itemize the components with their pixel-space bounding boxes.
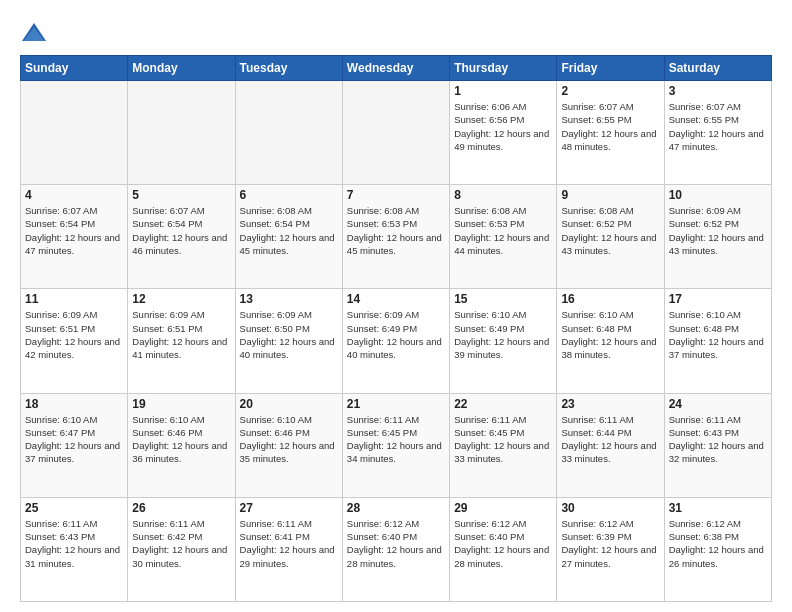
calendar-table: SundayMondayTuesdayWednesdayThursdayFrid…: [20, 55, 772, 602]
table-row: 17Sunrise: 6:10 AMSunset: 6:48 PMDayligh…: [664, 289, 771, 393]
day-info: Sunrise: 6:07 AMSunset: 6:55 PMDaylight:…: [669, 100, 767, 153]
day-number: 26: [132, 501, 230, 515]
day-info: Sunrise: 6:11 AMSunset: 6:42 PMDaylight:…: [132, 517, 230, 570]
day-number: 7: [347, 188, 445, 202]
calendar-week-2: 11Sunrise: 6:09 AMSunset: 6:51 PMDayligh…: [21, 289, 772, 393]
day-number: 19: [132, 397, 230, 411]
table-row: 4Sunrise: 6:07 AMSunset: 6:54 PMDaylight…: [21, 185, 128, 289]
table-row: 30Sunrise: 6:12 AMSunset: 6:39 PMDayligh…: [557, 497, 664, 601]
day-info: Sunrise: 6:12 AMSunset: 6:40 PMDaylight:…: [347, 517, 445, 570]
day-info: Sunrise: 6:10 AMSunset: 6:46 PMDaylight:…: [132, 413, 230, 466]
day-number: 20: [240, 397, 338, 411]
table-row: 27Sunrise: 6:11 AMSunset: 6:41 PMDayligh…: [235, 497, 342, 601]
day-info: Sunrise: 6:08 AMSunset: 6:53 PMDaylight:…: [347, 204, 445, 257]
day-info: Sunrise: 6:11 AMSunset: 6:45 PMDaylight:…: [454, 413, 552, 466]
logo: [20, 19, 52, 47]
day-number: 16: [561, 292, 659, 306]
day-number: 15: [454, 292, 552, 306]
day-number: 10: [669, 188, 767, 202]
day-number: 29: [454, 501, 552, 515]
day-info: Sunrise: 6:12 AMSunset: 6:40 PMDaylight:…: [454, 517, 552, 570]
calendar-header-thursday: Thursday: [450, 56, 557, 81]
table-row: 3Sunrise: 6:07 AMSunset: 6:55 PMDaylight…: [664, 81, 771, 185]
table-row: 16Sunrise: 6:10 AMSunset: 6:48 PMDayligh…: [557, 289, 664, 393]
day-info: Sunrise: 6:08 AMSunset: 6:53 PMDaylight:…: [454, 204, 552, 257]
day-number: 28: [347, 501, 445, 515]
day-info: Sunrise: 6:08 AMSunset: 6:52 PMDaylight:…: [561, 204, 659, 257]
table-row: 31Sunrise: 6:12 AMSunset: 6:38 PMDayligh…: [664, 497, 771, 601]
table-row: 8Sunrise: 6:08 AMSunset: 6:53 PMDaylight…: [450, 185, 557, 289]
table-row: [21, 81, 128, 185]
table-row: 11Sunrise: 6:09 AMSunset: 6:51 PMDayligh…: [21, 289, 128, 393]
table-row: 7Sunrise: 6:08 AMSunset: 6:53 PMDaylight…: [342, 185, 449, 289]
day-number: 22: [454, 397, 552, 411]
day-number: 2: [561, 84, 659, 98]
day-info: Sunrise: 6:11 AMSunset: 6:45 PMDaylight:…: [347, 413, 445, 466]
table-row: 5Sunrise: 6:07 AMSunset: 6:54 PMDaylight…: [128, 185, 235, 289]
day-number: 8: [454, 188, 552, 202]
day-info: Sunrise: 6:11 AMSunset: 6:43 PMDaylight:…: [25, 517, 123, 570]
day-number: 18: [25, 397, 123, 411]
page: SundayMondayTuesdayWednesdayThursdayFrid…: [0, 0, 792, 612]
table-row: 24Sunrise: 6:11 AMSunset: 6:43 PMDayligh…: [664, 393, 771, 497]
day-number: 23: [561, 397, 659, 411]
day-number: 1: [454, 84, 552, 98]
day-info: Sunrise: 6:11 AMSunset: 6:41 PMDaylight:…: [240, 517, 338, 570]
day-number: 11: [25, 292, 123, 306]
table-row: 28Sunrise: 6:12 AMSunset: 6:40 PMDayligh…: [342, 497, 449, 601]
calendar-header-friday: Friday: [557, 56, 664, 81]
table-row: 22Sunrise: 6:11 AMSunset: 6:45 PMDayligh…: [450, 393, 557, 497]
day-info: Sunrise: 6:09 AMSunset: 6:49 PMDaylight:…: [347, 308, 445, 361]
table-row: 6Sunrise: 6:08 AMSunset: 6:54 PMDaylight…: [235, 185, 342, 289]
calendar-week-1: 4Sunrise: 6:07 AMSunset: 6:54 PMDaylight…: [21, 185, 772, 289]
table-row: [128, 81, 235, 185]
day-info: Sunrise: 6:12 AMSunset: 6:39 PMDaylight:…: [561, 517, 659, 570]
table-row: 23Sunrise: 6:11 AMSunset: 6:44 PMDayligh…: [557, 393, 664, 497]
day-info: Sunrise: 6:11 AMSunset: 6:43 PMDaylight:…: [669, 413, 767, 466]
day-number: 4: [25, 188, 123, 202]
day-number: 5: [132, 188, 230, 202]
day-info: Sunrise: 6:10 AMSunset: 6:48 PMDaylight:…: [669, 308, 767, 361]
day-info: Sunrise: 6:09 AMSunset: 6:51 PMDaylight:…: [25, 308, 123, 361]
day-info: Sunrise: 6:07 AMSunset: 6:54 PMDaylight:…: [132, 204, 230, 257]
day-number: 24: [669, 397, 767, 411]
day-info: Sunrise: 6:07 AMSunset: 6:54 PMDaylight:…: [25, 204, 123, 257]
table-row: 19Sunrise: 6:10 AMSunset: 6:46 PMDayligh…: [128, 393, 235, 497]
table-row: 9Sunrise: 6:08 AMSunset: 6:52 PMDaylight…: [557, 185, 664, 289]
table-row: 10Sunrise: 6:09 AMSunset: 6:52 PMDayligh…: [664, 185, 771, 289]
logo-icon: [20, 19, 48, 47]
day-number: 14: [347, 292, 445, 306]
day-number: 25: [25, 501, 123, 515]
day-info: Sunrise: 6:10 AMSunset: 6:49 PMDaylight:…: [454, 308, 552, 361]
day-number: 21: [347, 397, 445, 411]
day-number: 3: [669, 84, 767, 98]
day-info: Sunrise: 6:09 AMSunset: 6:50 PMDaylight:…: [240, 308, 338, 361]
table-row: 21Sunrise: 6:11 AMSunset: 6:45 PMDayligh…: [342, 393, 449, 497]
calendar-header-sunday: Sunday: [21, 56, 128, 81]
day-info: Sunrise: 6:12 AMSunset: 6:38 PMDaylight:…: [669, 517, 767, 570]
table-row: 12Sunrise: 6:09 AMSunset: 6:51 PMDayligh…: [128, 289, 235, 393]
table-row: 1Sunrise: 6:06 AMSunset: 6:56 PMDaylight…: [450, 81, 557, 185]
day-number: 13: [240, 292, 338, 306]
calendar-header-saturday: Saturday: [664, 56, 771, 81]
table-row: 26Sunrise: 6:11 AMSunset: 6:42 PMDayligh…: [128, 497, 235, 601]
day-info: Sunrise: 6:10 AMSunset: 6:46 PMDaylight:…: [240, 413, 338, 466]
table-row: 25Sunrise: 6:11 AMSunset: 6:43 PMDayligh…: [21, 497, 128, 601]
day-info: Sunrise: 6:06 AMSunset: 6:56 PMDaylight:…: [454, 100, 552, 153]
day-info: Sunrise: 6:08 AMSunset: 6:54 PMDaylight:…: [240, 204, 338, 257]
calendar-header-wednesday: Wednesday: [342, 56, 449, 81]
calendar-week-4: 25Sunrise: 6:11 AMSunset: 6:43 PMDayligh…: [21, 497, 772, 601]
table-row: 15Sunrise: 6:10 AMSunset: 6:49 PMDayligh…: [450, 289, 557, 393]
calendar-header-tuesday: Tuesday: [235, 56, 342, 81]
day-number: 27: [240, 501, 338, 515]
day-number: 9: [561, 188, 659, 202]
day-info: Sunrise: 6:07 AMSunset: 6:55 PMDaylight:…: [561, 100, 659, 153]
day-info: Sunrise: 6:09 AMSunset: 6:52 PMDaylight:…: [669, 204, 767, 257]
day-info: Sunrise: 6:11 AMSunset: 6:44 PMDaylight:…: [561, 413, 659, 466]
day-number: 17: [669, 292, 767, 306]
calendar-header-row: SundayMondayTuesdayWednesdayThursdayFrid…: [21, 56, 772, 81]
day-number: 12: [132, 292, 230, 306]
calendar-week-0: 1Sunrise: 6:06 AMSunset: 6:56 PMDaylight…: [21, 81, 772, 185]
table-row: 18Sunrise: 6:10 AMSunset: 6:47 PMDayligh…: [21, 393, 128, 497]
day-info: Sunrise: 6:09 AMSunset: 6:51 PMDaylight:…: [132, 308, 230, 361]
